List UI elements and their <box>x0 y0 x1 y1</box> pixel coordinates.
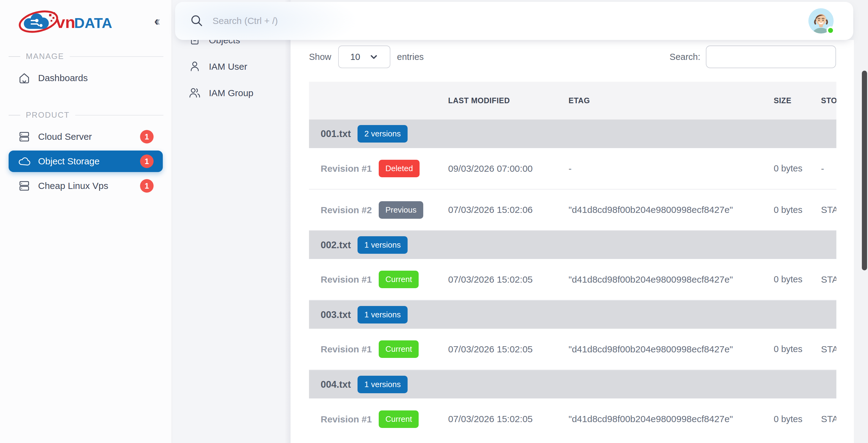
status-badge-previous: Previous <box>379 201 423 219</box>
revision-storage-class: STANDARD <box>815 189 836 230</box>
object-group-cell: 002.txt1 versions <box>309 230 836 259</box>
object-group-cell: 001.txt2 versions <box>309 119 836 148</box>
revision-last-modified: 07/03/2026 15:02:06 <box>443 189 563 230</box>
revision-storage-class: - <box>815 148 836 189</box>
global-search-input[interactable] <box>212 16 427 26</box>
revision-last-modified: 07/03/2026 15:02:05 <box>443 398 563 440</box>
column-header-size: SIZE <box>768 82 815 119</box>
sidebar-item-label: Cloud Server <box>38 131 92 142</box>
sidebar: vn DATA ‹‹ MANAGEDashboardsPRODUCTCloud … <box>0 0 172 443</box>
home-icon <box>18 71 31 85</box>
page-size-select[interactable]: 10 <box>338 46 391 68</box>
object-name: 002.txt <box>321 239 351 250</box>
subsidebar-item-label: IAM User <box>209 61 247 72</box>
column-header-etag: ETAG <box>563 82 768 119</box>
sidebar-item-cloud-server[interactable]: Cloud Server1 <box>9 126 163 147</box>
table-search-label: Search: <box>670 52 700 62</box>
revision-row: Revision #1Deleted09/03/2026 07:00:00-0 … <box>309 148 836 189</box>
object-group-cell: 003.txt1 versions <box>309 300 836 329</box>
revision-row: Revision #1Current07/03/2026 15:02:05"d4… <box>309 398 836 440</box>
revision-label-cell: Revision #1Current <box>309 259 443 300</box>
object-group-row[interactable]: 002.txt1 versions <box>309 230 836 259</box>
revision-label: Revision #1 <box>321 344 372 354</box>
status-badge-current: Current <box>379 341 419 358</box>
table-search-input[interactable] <box>706 46 836 68</box>
revision-size: 0 bytes <box>768 259 815 300</box>
nav-section-label: PRODUCT <box>9 110 163 120</box>
notification-badge: 1 <box>140 179 154 193</box>
status-badge-deleted: Deleted <box>379 160 420 177</box>
versions-badge: 1 versions <box>358 306 408 324</box>
revision-row: Revision #1Current07/03/2026 15:02:05"d4… <box>309 259 836 300</box>
status-badge-current: Current <box>379 410 419 428</box>
revision-size: 0 bytes <box>768 148 815 189</box>
table-controls: Show 10 entries Search: <box>309 46 836 68</box>
vndata-logo[interactable]: vn DATA <box>17 8 128 34</box>
table-search-group: Search: <box>670 46 836 68</box>
revision-label: Revision #1 <box>321 274 372 285</box>
revision-row: Revision #2Previous07/03/2026 15:02:06"d… <box>309 189 836 230</box>
cloud-icon <box>18 155 31 168</box>
object-name: 001.txt <box>321 128 351 139</box>
subsidebar-item-label: IAM Group <box>209 88 253 98</box>
entries-label: entries <box>397 52 424 62</box>
notification-badge: 1 <box>140 154 154 168</box>
revision-label-cell: Revision #2Previous <box>309 189 443 230</box>
revision-size: 0 bytes <box>768 189 815 230</box>
object-group-row[interactable]: 001.txt2 versions <box>309 119 836 148</box>
revision-last-modified: 07/03/2026 15:02:05 <box>443 329 563 370</box>
column-header-blank <box>309 82 443 119</box>
revision-etag: "d41d8cd98f00b204e9800998ecf8427e" <box>563 189 768 230</box>
sidebar-item-label: Dashboards <box>38 73 88 83</box>
table-header-row: LAST MODIFIEDETAGSIZESTORAGE CLASS <box>309 82 836 119</box>
revision-storage-class: STANDARD <box>815 398 836 440</box>
revision-label-cell: Revision #1Current <box>309 398 443 440</box>
show-label: Show <box>309 52 332 62</box>
column-header-storage-class: STORAGE CLASS <box>815 82 836 119</box>
column-header-last-modified: LAST MODIFIED <box>443 82 563 119</box>
revision-label-cell: Revision #1Current <box>309 329 443 370</box>
revision-size: 0 bytes <box>768 398 815 440</box>
user-avatar[interactable] <box>808 8 834 33</box>
search-icon[interactable] <box>190 14 204 28</box>
server-icon <box>18 130 31 143</box>
page-scrollbar-thumb[interactable] <box>862 71 867 270</box>
revision-size: 0 bytes <box>768 329 815 370</box>
revision-storage-class: STANDARD <box>815 329 836 370</box>
revision-etag: "d41d8cd98f00b204e9800998ecf8427e" <box>563 259 768 300</box>
notification-badge: 1 <box>140 130 154 144</box>
page-size-value: 10 <box>350 52 360 62</box>
users-icon <box>189 87 202 99</box>
object-group-row[interactable]: 003.txt1 versions <box>309 300 836 329</box>
main-content: Show 10 entries Search: LAST MODIFIEDETA… <box>290 40 854 443</box>
object-name: 003.txt <box>321 309 351 320</box>
revision-label: Revision #2 <box>321 205 372 215</box>
subsidebar-item-iam-user[interactable]: IAM User <box>173 57 290 76</box>
sidebar-item-cheap-linux-vps[interactable]: Cheap Linux Vps1 <box>9 175 163 197</box>
sidebar-item-object-storage[interactable]: Object Storage1 <box>9 151 163 172</box>
revision-label-cell: Revision #1Deleted <box>309 148 443 189</box>
revision-row: Revision #1Current07/03/2026 15:02:05"d4… <box>309 329 836 370</box>
subsidebar-item-iam-group[interactable]: IAM Group <box>173 84 290 102</box>
revision-label: Revision #1 <box>321 414 372 424</box>
online-status-dot <box>827 26 835 34</box>
objects-table-wrap: LAST MODIFIEDETAGSIZESTORAGE CLASS 001.t… <box>309 82 836 440</box>
revision-etag: "d41d8cd98f00b204e9800998ecf8427e" <box>563 398 768 440</box>
versions-badge: 2 versions <box>358 125 408 143</box>
user-icon <box>189 60 202 73</box>
revision-etag: "d41d8cd98f00b204e9800998ecf8427e" <box>563 329 768 370</box>
server-icon <box>18 179 31 192</box>
chevron-down-icon <box>370 53 378 61</box>
sidebar-item-label: Cheap Linux Vps <box>38 181 108 191</box>
chevron-left-icon: ‹ <box>156 14 158 28</box>
objects-table: LAST MODIFIEDETAGSIZESTORAGE CLASS 001.t… <box>309 82 836 440</box>
nav-section-label: MANAGE <box>9 52 163 61</box>
sidebar-item-dashboards[interactable]: Dashboards <box>9 67 163 89</box>
revision-last-modified: 09/03/2026 07:00:00 <box>443 148 563 189</box>
object-group-row[interactable]: 004.txt1 versions <box>309 370 836 398</box>
versions-badge: 1 versions <box>358 376 408 393</box>
top-navbar <box>175 2 853 40</box>
collapse-sidebar-button[interactable]: ‹‹ <box>154 15 162 28</box>
object-group-cell: 004.txt1 versions <box>309 370 836 398</box>
revision-last-modified: 07/03/2026 15:02:05 <box>443 259 563 300</box>
